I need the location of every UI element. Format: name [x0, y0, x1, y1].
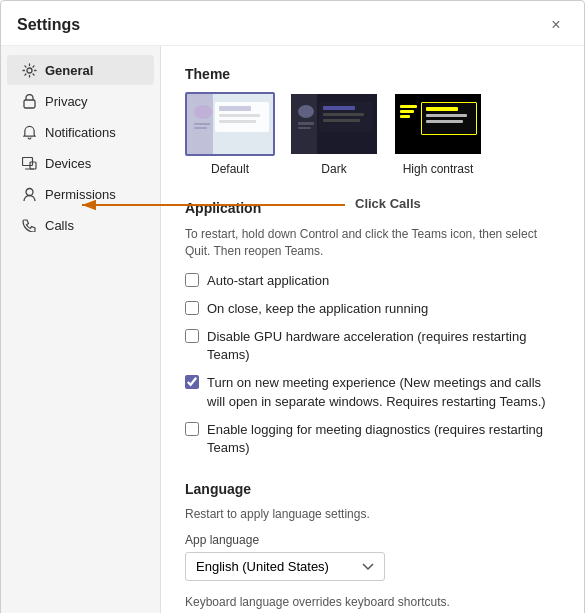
theme-dark-visual	[291, 94, 377, 154]
app-language-select[interactable]: English (United States)	[185, 552, 385, 581]
main-layout: General Privacy Notifica	[1, 46, 584, 613]
language-description: Restart to apply language settings.	[185, 507, 560, 521]
application-description: To restart, hold down Control and click …	[185, 226, 560, 260]
theme-preview-default	[185, 92, 275, 156]
autostart-label[interactable]: Auto-start application	[207, 272, 329, 290]
bell-icon	[21, 124, 37, 140]
theme-default-label: Default	[211, 162, 249, 176]
app-language-label: App language	[185, 533, 560, 547]
theme-preview-dark	[289, 92, 379, 156]
disable-gpu-label[interactable]: Disable GPU hardware acceleration (requi…	[207, 328, 560, 364]
titlebar: Settings ×	[1, 1, 584, 46]
svg-rect-1	[24, 100, 35, 108]
theme-options: Default	[185, 92, 560, 176]
sidebar-item-privacy[interactable]: Privacy	[7, 86, 154, 116]
checkbox-disable-gpu: Disable GPU hardware acceleration (requi…	[185, 328, 560, 364]
theme-high-contrast-label: High contrast	[403, 162, 474, 176]
svg-point-4	[26, 188, 33, 195]
theme-option-dark[interactable]: Dark	[289, 92, 379, 176]
theme-section: Theme	[185, 66, 560, 176]
main-content: Theme	[161, 46, 584, 613]
theme-option-high-contrast[interactable]: High contrast	[393, 92, 483, 176]
phone-icon	[21, 217, 37, 233]
sidebar-item-general[interactable]: General	[7, 55, 154, 85]
checkbox-autostart: Auto-start application	[185, 272, 560, 290]
theme-title: Theme	[185, 66, 560, 82]
theme-dark-label: Dark	[321, 162, 346, 176]
close-button[interactable]: ×	[544, 13, 568, 37]
application-title: Application	[185, 200, 560, 216]
new-meeting-checkbox[interactable]	[185, 375, 199, 389]
sidebar-item-notifications[interactable]: Notifications	[7, 117, 154, 147]
settings-window: Settings × General	[0, 0, 585, 613]
permissions-icon	[21, 186, 37, 202]
window-title: Settings	[17, 16, 80, 34]
sidebar-item-devices[interactable]: Devices	[7, 148, 154, 178]
logging-label[interactable]: Enable logging for meeting diagnostics (…	[207, 421, 560, 457]
devices-icon	[21, 155, 37, 171]
keyboard-language-field: Keyboard language overrides keyboard sho…	[185, 595, 560, 613]
language-title: Language	[185, 481, 560, 497]
theme-option-default[interactable]: Default	[185, 92, 275, 176]
keyboard-language-description: Keyboard language overrides keyboard sho…	[185, 595, 560, 609]
sidebar-item-general-label: General	[45, 63, 93, 78]
autostart-checkbox[interactable]	[185, 273, 199, 287]
sidebar-item-notifications-label: Notifications	[45, 125, 116, 140]
svg-point-0	[27, 68, 32, 73]
sidebar-item-permissions[interactable]: Permissions	[7, 179, 154, 209]
sidebar-item-privacy-label: Privacy	[45, 94, 88, 109]
sidebar-item-calls-label: Calls	[45, 218, 74, 233]
lock-icon	[21, 93, 37, 109]
theme-default-visual	[187, 94, 273, 154]
logging-checkbox[interactable]	[185, 422, 199, 436]
checkbox-new-meeting: Turn on new meeting experience (New meet…	[185, 374, 560, 410]
gear-icon	[21, 62, 37, 78]
sidebar-item-devices-label: Devices	[45, 156, 91, 171]
sidebar-item-permissions-label: Permissions	[45, 187, 116, 202]
sidebar: General Privacy Notifica	[1, 46, 161, 613]
theme-hc-visual	[395, 94, 481, 154]
theme-preview-high-contrast	[393, 92, 483, 156]
checkbox-keep-running: On close, keep the application running	[185, 300, 560, 318]
disable-gpu-checkbox[interactable]	[185, 329, 199, 343]
sidebar-item-calls[interactable]: Calls	[7, 210, 154, 240]
keep-running-checkbox[interactable]	[185, 301, 199, 315]
application-section: Application To restart, hold down Contro…	[185, 200, 560, 457]
checkbox-logging: Enable logging for meeting diagnostics (…	[185, 421, 560, 457]
app-language-field: App language English (United States)	[185, 533, 560, 581]
language-section: Language Restart to apply language setti…	[185, 481, 560, 613]
new-meeting-label[interactable]: Turn on new meeting experience (New meet…	[207, 374, 560, 410]
keep-running-label[interactable]: On close, keep the application running	[207, 300, 428, 318]
